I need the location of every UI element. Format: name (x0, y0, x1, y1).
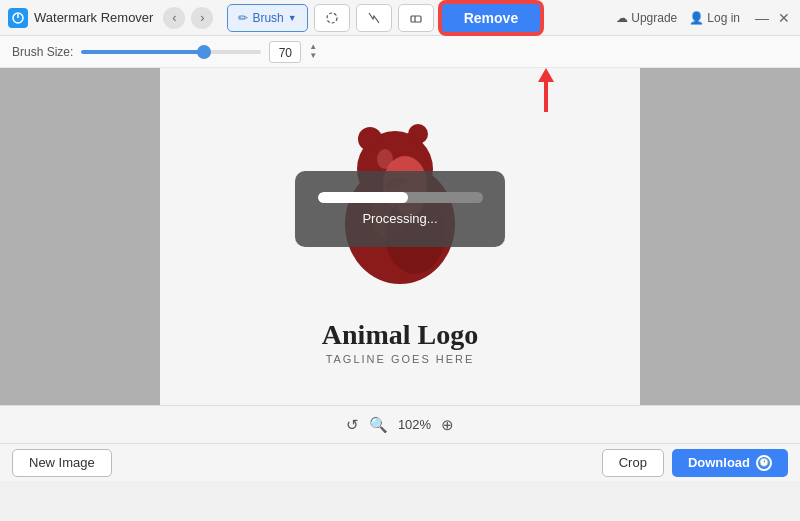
app-icon (8, 8, 28, 28)
brush-tool-label: Brush (252, 11, 283, 25)
download-button[interactable]: Download 🕐 (672, 449, 788, 477)
svg-point-7 (358, 127, 382, 151)
svg-rect-3 (411, 16, 421, 22)
processing-overlay: Processing... (295, 171, 505, 247)
eraser-icon (409, 11, 423, 25)
selection-icon (367, 11, 381, 25)
brush-icon: ✏ (238, 11, 248, 25)
brush-size-label: Brush Size: (12, 45, 73, 59)
processing-text: Processing... (362, 211, 437, 226)
brush-down-icon[interactable]: ▼ (309, 52, 317, 60)
lasso-tool-button[interactable] (314, 4, 350, 32)
close-button[interactable]: ✕ (776, 10, 792, 26)
action-bar: New Image Crop Download 🕐 (0, 443, 800, 481)
brush-size-arrows: ▲ ▼ (309, 43, 317, 60)
zoom-level: 102% (398, 417, 431, 432)
selection-tool-button[interactable] (356, 4, 392, 32)
remove-button[interactable]: Remove (440, 2, 542, 34)
brush-value-box: 70 (269, 41, 301, 63)
login-icon: 👤 (689, 11, 704, 25)
new-image-button[interactable]: New Image (12, 449, 112, 477)
progress-bar-track (318, 192, 483, 203)
rotate-icon[interactable]: ↺ (346, 416, 359, 434)
brush-tool-button[interactable]: ✏ Brush ▼ (227, 4, 307, 32)
app-title: Watermark Remover (34, 10, 153, 25)
clock-icon: 🕐 (756, 455, 772, 471)
titlebar: Watermark Remover ‹ › ✏ Brush ▼ Remove ☁… (0, 0, 800, 36)
lasso-icon (325, 11, 339, 25)
brush-size-row: Brush Size: 70 ▲ ▼ (0, 36, 800, 68)
nav-forward-button[interactable]: › (191, 7, 213, 29)
brush-up-icon[interactable]: ▲ (309, 43, 317, 51)
eraser-tool-button[interactable] (398, 4, 434, 32)
upgrade-label: Upgrade (631, 11, 677, 25)
logo-sub-text: TAGLINE GOES HERE (322, 353, 478, 365)
canvas-area: Animal Logo TAGLINE GOES HERE Processing… (0, 68, 800, 405)
zoom-out-icon[interactable]: 🔍 (369, 416, 388, 434)
logo-text: Animal Logo TAGLINE GOES HERE (322, 319, 478, 365)
nav-back-button[interactable]: ‹ (163, 7, 185, 29)
login-button[interactable]: 👤 Log in (689, 11, 740, 25)
upgrade-button[interactable]: ☁ Upgrade (616, 11, 677, 25)
logo-main-text: Animal Logo (322, 319, 478, 351)
brush-size-slider[interactable] (81, 50, 261, 54)
minimize-button[interactable]: — (754, 10, 770, 26)
svg-point-8 (408, 124, 428, 144)
svg-point-11 (377, 149, 393, 169)
image-canvas: Animal Logo TAGLINE GOES HERE Processing… (160, 68, 640, 405)
upgrade-icon: ☁ (616, 11, 628, 25)
progress-bar-fill (318, 192, 409, 203)
zoom-bar: ↺ 🔍 102% ⊕ (0, 405, 800, 443)
zoom-in-icon[interactable]: ⊕ (441, 416, 454, 434)
svg-point-2 (327, 13, 337, 23)
crop-button[interactable]: Crop (602, 449, 664, 477)
login-label: Log in (707, 11, 740, 25)
brush-dropdown-icon: ▼ (288, 13, 297, 23)
download-label: Download (688, 455, 750, 470)
